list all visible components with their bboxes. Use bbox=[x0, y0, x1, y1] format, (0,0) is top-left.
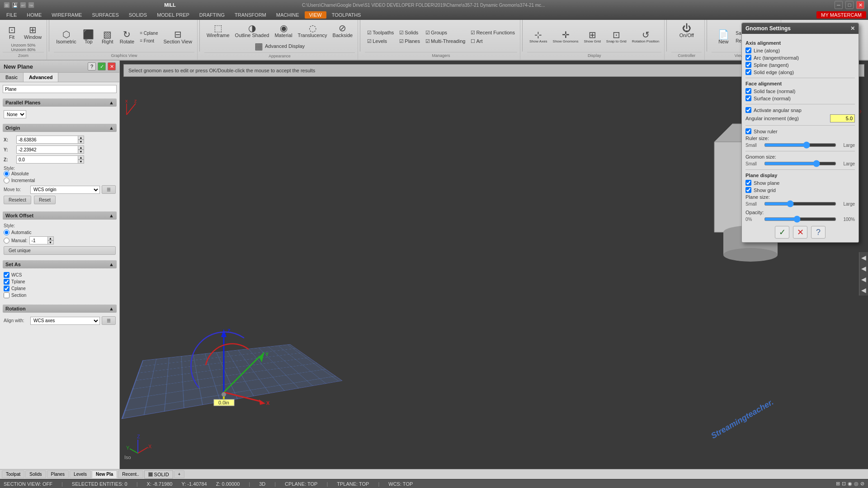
parallel-none-select[interactable]: None bbox=[4, 110, 26, 118]
recent-functions-btn[interactable]: ☑ Recent Functions bbox=[468, 29, 517, 37]
top-button[interactable]: ⬛ Top bbox=[80, 28, 98, 46]
menu-file[interactable]: FILE bbox=[2, 11, 21, 19]
right-tool-2[interactable]: ◀ bbox=[861, 265, 866, 272]
wo-automatic-radio[interactable] bbox=[4, 230, 9, 235]
menu-model-prep[interactable]: MODEL PREP bbox=[152, 11, 194, 19]
show-grid-check[interactable] bbox=[745, 187, 751, 193]
y-down[interactable]: ▼ bbox=[78, 150, 84, 154]
reset-btn[interactable]: Reset bbox=[34, 196, 56, 204]
right-tool-1[interactable]: ◀ bbox=[861, 254, 866, 261]
x-input[interactable] bbox=[16, 136, 78, 144]
x-down[interactable]: ▼ bbox=[78, 140, 84, 144]
solid-edge-check[interactable] bbox=[745, 69, 751, 75]
tplane-check[interactable] bbox=[4, 279, 9, 285]
status-icon-5[interactable]: ⊘ bbox=[860, 481, 864, 487]
show-grid-button[interactable]: ⊞ Show Grid bbox=[582, 28, 603, 45]
wo-up[interactable]: ▲ bbox=[47, 236, 54, 240]
show-axes-button[interactable]: ⊹ Show Axes bbox=[527, 28, 550, 45]
gs-help-btn[interactable]: ? bbox=[811, 226, 826, 239]
origin-header[interactable]: Origin ▲ bbox=[3, 124, 117, 132]
material-button[interactable]: ◉ Material bbox=[272, 22, 294, 40]
show-plane-check[interactable] bbox=[745, 180, 751, 186]
z-down[interactable]: ▼ bbox=[78, 160, 84, 164]
shaded-button[interactable]: ◑ Outline Shaded bbox=[233, 22, 272, 40]
levels-btn[interactable]: ☑ Levels bbox=[365, 38, 396, 45]
parallel-planes-header[interactable]: Parallel Planes ▲ bbox=[3, 99, 117, 107]
status-icon-3[interactable]: ◉ bbox=[848, 481, 852, 487]
arc-tangent-check[interactable] bbox=[745, 55, 751, 61]
reselect-btn[interactable]: Reselect bbox=[4, 196, 31, 204]
panel-help-btn[interactable]: ? bbox=[88, 62, 96, 70]
plane-input[interactable] bbox=[3, 85, 117, 93]
move-to-select[interactable]: WCS origin bbox=[30, 186, 100, 194]
panel-ok-btn[interactable]: ✓ bbox=[98, 62, 106, 70]
tab-basic[interactable]: Basic bbox=[0, 73, 24, 82]
menu-solids[interactable]: SOLIDS bbox=[124, 11, 151, 19]
show-ruler-check[interactable] bbox=[745, 128, 751, 134]
menu-surfaces[interactable]: SURFACES bbox=[87, 11, 123, 19]
menu-machine[interactable]: MACHINE bbox=[272, 11, 304, 19]
menu-transform[interactable]: TRANSFORM bbox=[230, 11, 271, 19]
unzoom80[interactable]: Unzoom 80% bbox=[11, 47, 36, 52]
plane-size-slider[interactable] bbox=[764, 201, 836, 207]
align-list-btn[interactable]: ☰ bbox=[102, 316, 116, 325]
spline-tangent-check[interactable] bbox=[745, 62, 751, 68]
right-tool-4[interactable]: ◀ bbox=[861, 286, 866, 294]
isometric-button[interactable]: ⬡ Isometric bbox=[54, 28, 79, 46]
tab-toolpat[interactable]: Toolpat bbox=[2, 470, 24, 478]
rotation-position-button[interactable]: ↺ Rotation Position bbox=[630, 28, 661, 45]
snap-to-grid-button[interactable]: ⊡ Snap to Grid bbox=[604, 28, 629, 45]
window-button[interactable]: ⊞ Window bbox=[22, 23, 44, 42]
planes-btn[interactable]: ☑ Planes bbox=[397, 38, 422, 45]
align-with-select[interactable]: WCS axes bbox=[30, 317, 100, 325]
close-btn[interactable]: ✕ bbox=[856, 1, 864, 9]
work-offset-header[interactable]: Work Offset ▲ bbox=[3, 211, 117, 220]
show-gnomons-button[interactable]: ✛ Show Gnomons bbox=[551, 28, 581, 45]
wireframe-button[interactable]: ⬚ Wireframe bbox=[204, 22, 232, 40]
maximize-btn[interactable]: □ bbox=[845, 1, 854, 9]
ruler-size-slider[interactable] bbox=[764, 142, 836, 148]
gnomon-size-slider[interactable] bbox=[764, 160, 836, 167]
tab-planes[interactable]: Planes bbox=[47, 470, 69, 478]
incremental-radio[interactable] bbox=[4, 178, 9, 183]
opacity-slider[interactable] bbox=[764, 216, 836, 222]
solids-btn[interactable]: ☑ Solids bbox=[397, 29, 422, 37]
advanced-display-button[interactable]: ▦ Advanced Display bbox=[252, 40, 307, 52]
section-check[interactable] bbox=[4, 292, 9, 298]
status-icon-2[interactable]: ⊡ bbox=[842, 481, 846, 487]
groups-btn[interactable]: ☑ Groups bbox=[423, 29, 467, 37]
absolute-radio[interactable] bbox=[4, 171, 9, 177]
menu-wireframe[interactable]: WIREFRAME bbox=[47, 11, 86, 19]
backside-button[interactable]: ⊘ Backside bbox=[330, 22, 355, 40]
tab-solids[interactable]: Solids bbox=[25, 470, 46, 478]
unzoom50[interactable]: Unzoom 50% bbox=[11, 43, 36, 47]
right-tool-3[interactable]: ◀ bbox=[861, 276, 866, 283]
status-icon-1[interactable]: ⊞ bbox=[836, 481, 840, 487]
y-up[interactable]: ▲ bbox=[78, 145, 84, 150]
gs-ok-btn[interactable]: ✓ bbox=[775, 226, 789, 239]
cplane-check[interactable] bbox=[4, 286, 9, 291]
translucency-button[interactable]: ◌ Translucency bbox=[296, 22, 330, 40]
add-tab-btn[interactable]: + bbox=[174, 470, 185, 478]
fit-button[interactable]: ⊡ Fit bbox=[3, 23, 21, 42]
menu-my-mastercam[interactable]: MY MASTERCAM bbox=[816, 11, 866, 19]
tab-advanced[interactable]: Advanced bbox=[24, 73, 59, 82]
line-along-check[interactable] bbox=[745, 47, 751, 53]
get-unique-btn[interactable]: Get unique bbox=[4, 246, 116, 255]
gs-cancel-btn[interactable]: ✕ bbox=[793, 226, 807, 239]
z-input[interactable] bbox=[16, 155, 78, 164]
z-up[interactable]: ▲ bbox=[78, 155, 84, 160]
angular-value-input[interactable] bbox=[830, 114, 855, 122]
set-as-header[interactable]: Set As ▲ bbox=[3, 260, 117, 268]
surface-normal-check[interactable] bbox=[745, 95, 751, 101]
minimize-btn[interactable]: ─ bbox=[835, 1, 843, 9]
wo-manual-input[interactable] bbox=[29, 236, 47, 244]
section-view-button[interactable]: ⊟ Section View bbox=[161, 28, 194, 46]
tab-recent[interactable]: Recent.. bbox=[118, 470, 143, 478]
menu-drafting[interactable]: DRAFTING bbox=[195, 11, 229, 19]
on-off-button[interactable]: ⏻ On/Off bbox=[677, 22, 696, 40]
art-btn[interactable]: ☐ Art bbox=[468, 38, 517, 45]
front-button[interactable]: = Front bbox=[137, 38, 160, 44]
gnomon-close-btn[interactable]: ✕ bbox=[850, 25, 855, 32]
y-input[interactable] bbox=[16, 145, 78, 154]
